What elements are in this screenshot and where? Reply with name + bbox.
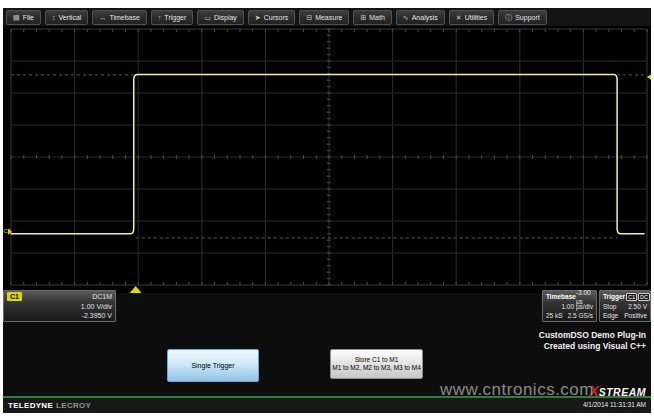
store-button-line1: Store C1 to M1 bbox=[355, 356, 399, 364]
menubar-label-analysis: Analysis bbox=[412, 14, 438, 21]
datetime-label: 4/1/2014 11:31:31 AM bbox=[583, 401, 646, 408]
tools-icon: ✕ bbox=[456, 14, 462, 21]
caliper-icon: ⊟ bbox=[306, 14, 312, 21]
trigger-title: Trigger bbox=[603, 292, 625, 301]
scope-grid-and-trace: C1 bbox=[3, 27, 651, 293]
oscilloscope-window: ▤File↕Vertical↔Timebase↑Trigger▭Display➤… bbox=[3, 8, 651, 413]
trigger-level-value: 2.50 V bbox=[628, 302, 647, 311]
timebase-rate-value: 2.5 GS/s bbox=[568, 311, 593, 320]
plugin-caption-line2: Created using Visual C++ bbox=[539, 341, 646, 352]
trigger-source-badge: C1 bbox=[626, 293, 637, 301]
menubar-item-display[interactable]: ▭Display bbox=[197, 10, 244, 25]
graph-icon: ∿ bbox=[403, 14, 409, 21]
trigger-descriptor-box[interactable]: Trigger C1DC Stop 2.50 V Edge Positive bbox=[599, 290, 651, 322]
single-trigger-label: Single Trigger bbox=[191, 362, 234, 369]
menubar-item-cursors[interactable]: ➤Cursors bbox=[248, 10, 295, 25]
brand-logo: TELEDYNELECROY bbox=[8, 401, 91, 410]
store-button-line2: M1 to M2, M2 to M3, M3 to M4 bbox=[332, 364, 421, 372]
pointer-icon: ➤ bbox=[255, 14, 261, 21]
monitor-icon: ▭ bbox=[204, 14, 211, 21]
timebase-samples-value: 25 kS bbox=[546, 311, 563, 320]
calculator-icon: ⊞ bbox=[360, 14, 366, 21]
info-icon: ⓘ bbox=[505, 14, 512, 21]
single-trigger-button[interactable]: Single Trigger bbox=[167, 349, 259, 382]
timebase-title: Timebase bbox=[546, 292, 576, 301]
watermark-text: www.cntronics.com bbox=[440, 380, 594, 400]
menubar-item-trigger[interactable]: ↑Trigger bbox=[151, 10, 193, 25]
channel-offset-label: -2.3950 V bbox=[82, 311, 112, 320]
store-traces-button[interactable]: Store C1 to M1 M1 to M2, M2 to M3, M3 to… bbox=[330, 349, 423, 379]
menubar-item-vertical[interactable]: ↕Vertical bbox=[45, 10, 88, 25]
brand-teledyne: TELEDYNE bbox=[8, 401, 53, 410]
menubar-item-file[interactable]: ▤File bbox=[6, 10, 41, 25]
channel-c1-badge: C1 bbox=[7, 292, 22, 301]
status-bar: TELEDYNELECROY bbox=[3, 398, 651, 413]
menubar-item-timebase[interactable]: ↔Timebase bbox=[92, 10, 146, 25]
trigger-mode-label: Stop bbox=[603, 302, 616, 311]
menubar-item-math[interactable]: ⊞Math bbox=[353, 10, 391, 25]
menubar-item-analysis[interactable]: ∿Analysis bbox=[396, 10, 445, 25]
plugin-caption: CustomDSO Demo Plug-In Created using Vis… bbox=[539, 330, 646, 351]
menubar-item-utilities[interactable]: ✕Utilities bbox=[449, 10, 494, 25]
menubar-label-measure: Measure bbox=[315, 14, 342, 21]
horizontal-arrows-icon: ↔ bbox=[99, 14, 106, 21]
menubar-label-math: Math bbox=[369, 14, 385, 21]
channel-scale-label: 1.00 V/div bbox=[81, 302, 112, 311]
menubar-label-support: Support bbox=[515, 14, 540, 21]
channel-c1-descriptor-box[interactable]: C1 DC1M 1.00 V/div -2.3950 V bbox=[3, 290, 116, 322]
menubar-label-vertical: Vertical bbox=[58, 14, 81, 21]
menubar-label-display: Display bbox=[214, 14, 237, 21]
up-arrow-icon: ↑ bbox=[158, 14, 162, 21]
trigger-type-label: Edge bbox=[603, 311, 618, 320]
waveform-display[interactable]: C1 bbox=[3, 27, 651, 293]
xstream-logo-text: STREAM bbox=[599, 386, 646, 398]
menubar-label-timebase: Timebase bbox=[109, 14, 139, 21]
trigger-time-marker bbox=[130, 286, 142, 293]
menubar-item-measure[interactable]: ⊟Measure bbox=[299, 10, 349, 25]
menubar-item-support[interactable]: ⓘSupport bbox=[498, 10, 547, 25]
timebase-scale-value: 1.00 µs/div bbox=[561, 302, 593, 311]
menubar-label-cursors: Cursors bbox=[264, 14, 289, 21]
trigger-coupling-badge: DC bbox=[638, 293, 650, 301]
brand-lecroy: LECROY bbox=[56, 401, 91, 410]
vertical-arrows-icon: ↕ bbox=[52, 14, 56, 21]
menu-bar: ▤File↕Vertical↔Timebase↑Trigger▭Display➤… bbox=[3, 8, 651, 27]
menubar-label-utilities: Utilities bbox=[465, 14, 488, 21]
menubar-label-file: File bbox=[23, 14, 34, 21]
menubar-label-trigger: Trigger bbox=[164, 14, 186, 21]
file-icon: ▤ bbox=[13, 14, 20, 21]
plugin-caption-line1: CustomDSO Demo Plug-In bbox=[539, 330, 646, 341]
channel-coupling-label: DC1M bbox=[92, 292, 112, 301]
trigger-slope-label: Positive bbox=[624, 311, 647, 320]
timebase-descriptor-box[interactable]: Timebase -3.00 µs 1.00 µs/div 25 kS 2.5 … bbox=[542, 290, 597, 322]
trigger-level-marker bbox=[647, 73, 651, 81]
xstream-logo: XSTREAM bbox=[589, 382, 646, 400]
